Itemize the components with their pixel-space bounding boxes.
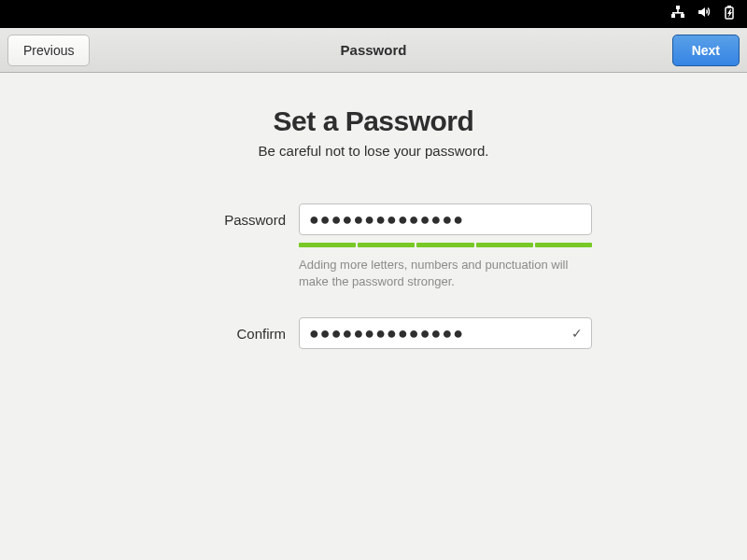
password-strength-meter: [299, 243, 592, 247]
strength-segment: [476, 243, 533, 247]
battery-icon[interactable]: [723, 5, 738, 23]
svg-rect-6: [682, 12, 684, 15]
header-bar: Previous Password Next: [0, 28, 747, 73]
svg-rect-5: [672, 12, 674, 15]
main-content: Set a Password Be careful not to lose yo…: [0, 73, 747, 357]
password-label: Password: [140, 212, 299, 228]
confirm-label: Confirm: [140, 326, 299, 342]
volume-icon[interactable]: [697, 5, 712, 23]
password-strength-hint: Adding more letters, numbers and punctua…: [299, 257, 592, 289]
system-topbar: [0, 0, 747, 28]
checkmark-icon: ✓: [571, 326, 583, 341]
page-title: Set a Password: [274, 105, 474, 137]
network-icon[interactable]: [670, 5, 685, 23]
svg-rect-4: [672, 12, 684, 14]
svg-rect-3: [677, 9, 679, 12]
password-form: Password Adding more letters, numbers an…: [140, 203, 607, 357]
page-subtitle: Be careful not to lose your password.: [259, 143, 489, 159]
strength-segment: [358, 243, 415, 247]
previous-button[interactable]: Previous: [7, 35, 90, 66]
svg-rect-0: [676, 6, 680, 9]
strength-segment: [535, 243, 592, 247]
confirm-input[interactable]: [299, 317, 592, 349]
strength-segment: [299, 243, 356, 247]
strength-segment: [416, 243, 473, 247]
password-input[interactable]: [299, 203, 592, 235]
next-button[interactable]: Next: [672, 35, 740, 66]
header-title: Password: [0, 42, 747, 58]
svg-rect-8: [727, 6, 731, 7]
